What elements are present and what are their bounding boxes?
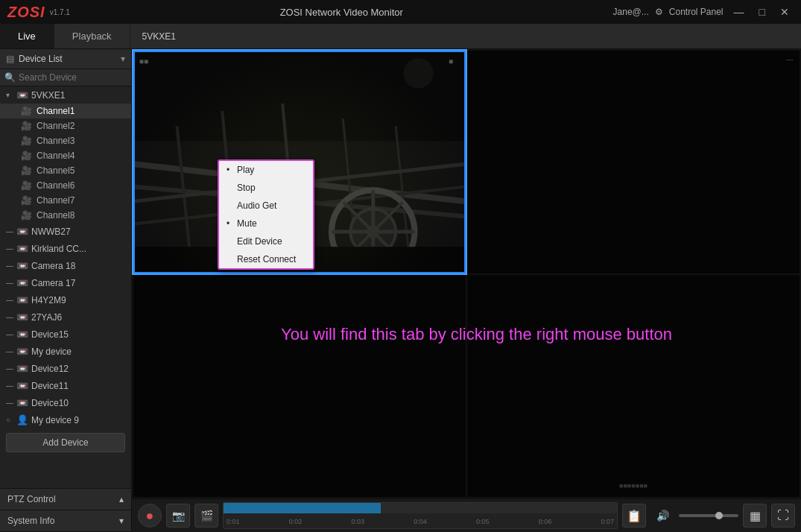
device-item-device11[interactable]: — 📼 Device11: [0, 377, 131, 394]
ctx-item-mute[interactable]: Mute: [219, 215, 313, 232]
minimize-button[interactable]: —: [729, 4, 749, 19]
app-logo: ZOSI v1.7.1: [7, 4, 70, 21]
search-bar: 🔍 ≡: [0, 69, 131, 86]
channel-item-channel2[interactable]: 🎥 Channel2: [0, 118, 131, 133]
tab-playback[interactable]: Playback: [54, 24, 130, 48]
snapshot-button[interactable]: 📷: [166, 504, 190, 528]
maximize-button[interactable]: □: [755, 4, 770, 19]
ctx-item-edit-device[interactable]: Edit Device: [219, 232, 313, 250]
svg-point-12: [350, 209, 396, 255]
grid-layout-button[interactable]: ▦: [743, 504, 767, 528]
person-icon: 👤: [16, 414, 28, 425]
system-info-item[interactable]: System Info ▾: [0, 510, 131, 532]
device-item-h4y2m9[interactable]: — 📼 H4Y2M9: [0, 291, 131, 308]
clip-button[interactable]: 📋: [622, 504, 646, 528]
collapse-icon: —: [6, 313, 13, 321]
device-icon: 📼: [16, 346, 28, 357]
device-item-device15[interactable]: — 📼 Device15: [0, 326, 131, 343]
volume-slider[interactable]: [679, 514, 738, 517]
device-item-camera17[interactable]: — 📼 Camera 17: [0, 274, 131, 291]
ctx-item-play[interactable]: Play: [219, 161, 313, 179]
channel-item-channel1[interactable]: 🎥 Channel1: [0, 104, 131, 118]
device-list-header[interactable]: ▤ Device List ▾: [0, 49, 131, 69]
device-icon: 📼: [16, 380, 28, 391]
svg-text:■■: ■■: [139, 57, 148, 66]
ptz-control-item[interactable]: PTZ Control ▴: [0, 489, 131, 510]
chevron-down-icon: ▾: [119, 516, 124, 526]
device-item-mydevice[interactable]: — 📼 My device: [0, 343, 131, 360]
device-item-camera18[interactable]: — 📼 Camera 18: [0, 257, 131, 274]
camera-icon: 🎥: [21, 121, 32, 131]
svg-line-8: [396, 126, 411, 273]
collapse-icon: —: [6, 347, 13, 355]
tab-live[interactable]: Live: [0, 24, 54, 48]
active-tab-label: 5VKXE1: [130, 24, 188, 48]
gear-icon[interactable]: ⚙: [655, 7, 663, 17]
device-item-device12[interactable]: — 📼 Device12: [0, 360, 131, 377]
ctx-item-reset-connect[interactable]: Reset Connect: [219, 250, 313, 268]
chevron-up-icon: ▴: [119, 494, 124, 504]
timeline-progress: [224, 503, 381, 513]
channel-item-channel7[interactable]: 🎥 Channel7: [0, 193, 131, 208]
titlebar: ZOSI v1.7.1 ZOSI Network Video Monitor J…: [0, 0, 801, 24]
device-item-mydevice9[interactable]: ○ 👤 My device 9: [0, 411, 131, 428]
collapse-icon: ○: [6, 416, 13, 424]
channel-item-channel5[interactable]: 🎥 Channel5: [0, 163, 131, 178]
device-icon: 📼: [16, 243, 28, 254]
device-item-kirkland[interactable]: — 📼 Kirkland CC...: [0, 240, 131, 257]
video-record-button[interactable]: 🎬: [194, 504, 218, 528]
collapse-icon: —: [6, 244, 13, 253]
ptz-label: PTZ Control: [7, 494, 56, 504]
record-button[interactable]: ●: [138, 504, 162, 528]
svg-text:■: ■: [449, 57, 453, 66]
ctx-item-stop[interactable]: Stop: [219, 179, 313, 197]
content-area: ■■ ■ — ■■■■■■■ Play Stop Audio Get: [132, 49, 801, 532]
channel-item-channel6[interactable]: 🎥 Channel6: [0, 178, 131, 193]
device-item-device10[interactable]: — 📼 Device10: [0, 394, 131, 411]
device-icon: 📼: [16, 260, 28, 271]
add-device-button[interactable]: Add Device: [6, 433, 125, 452]
search-input[interactable]: [19, 72, 130, 83]
video-cell-4[interactable]: ■■■■■■■: [467, 275, 800, 498]
fullscreen-button[interactable]: ⛶: [771, 504, 795, 528]
time-label-4: 0:04: [414, 518, 427, 525]
time-label-2: 0:02: [289, 518, 303, 525]
channel-item-channel3[interactable]: 🎥 Channel3: [0, 133, 131, 148]
device-list-label: Device List: [19, 54, 63, 64]
ctx-item-audio-get[interactable]: Audio Get: [219, 197, 313, 215]
device-icon: 📼: [16, 397, 28, 408]
camera-icon: 🎥: [21, 180, 32, 191]
device-icon: 📼: [16, 363, 28, 374]
context-menu: Play Stop Audio Get Mute Edit Device Res…: [218, 159, 314, 270]
svg-point-13: [367, 226, 379, 238]
fullscreen-icon: ⛶: [777, 509, 789, 522]
tabbar: Live Playback 5VKXE1: [0, 24, 801, 49]
video-cell-2[interactable]: —: [467, 51, 800, 273]
device-item-5vkxe1[interactable]: ▾ 📼 5VKXE1: [0, 86, 131, 104]
time-label-7: 0:07: [601, 518, 614, 525]
device-item-27yaj6[interactable]: — 📼 27YAJ6: [0, 308, 131, 326]
video-cell-3[interactable]: [133, 275, 466, 498]
collapse-icon: —: [6, 262, 13, 270]
camera-icon: 🎥: [21, 165, 32, 176]
device-list-icon: ▤: [6, 54, 14, 64]
collapse-icon: —: [6, 399, 13, 407]
channel-item-channel4[interactable]: 🎥 Channel4: [0, 148, 131, 163]
svg-point-11: [332, 190, 414, 273]
camera-icon: 📷: [172, 510, 185, 522]
device-icon: 📼: [16, 89, 28, 101]
svg-line-16: [343, 202, 402, 261]
record-icon: ●: [146, 508, 154, 524]
volume-icon: 🔊: [656, 510, 669, 522]
control-panel-label[interactable]: Control Panel: [669, 7, 724, 17]
timeline-track: [224, 503, 617, 513]
cam-label-2: —: [786, 55, 794, 63]
video-icon: 🎬: [200, 510, 213, 522]
device-icon: 📼: [16, 311, 28, 323]
device-item-nwwb27[interactable]: — 📼 NWWB27: [0, 223, 131, 240]
device-icon: 📼: [16, 294, 28, 305]
volume-button[interactable]: 🔊: [650, 504, 674, 528]
channel-item-channel8[interactable]: 🎥 Channel8: [0, 208, 131, 223]
close-button[interactable]: ✕: [776, 4, 794, 19]
timeline[interactable]: 0:01 0:02 0:03 0:04 0:05 0:06 0:07: [223, 502, 618, 529]
